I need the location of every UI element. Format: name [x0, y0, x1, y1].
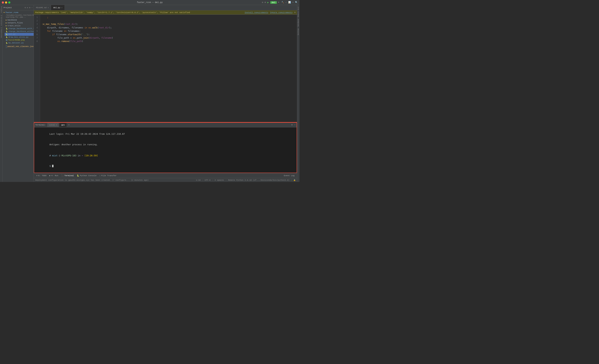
terminal-line-2: Antigen: Another process in running.	[36, 139, 295, 150]
tools-icon[interactable]: ≡	[292, 1, 294, 4]
terminal-cursor	[52, 165, 53, 167]
terminal-icon: ⬛	[61, 174, 64, 177]
project-title: Project	[4, 7, 24, 9]
encoding[interactable]: UTF-8	[205, 179, 211, 181]
tree-item-label: pascal_voc_classes.json	[7, 45, 34, 48]
tree-path: /Volumes/itoshi.rin/test/deep-learning-f…	[5, 14, 34, 19]
python-console-button[interactable]: 🐍 Python Console	[76, 174, 97, 177]
terminal-tab-local[interactable]: Local ✕	[47, 123, 59, 127]
search-icon[interactable]: 🔍	[295, 1, 298, 4]
pkg-settings-icon[interactable]: ⚙	[294, 11, 296, 14]
ignore-requirements-link[interactable]: Ignore requirements	[270, 11, 292, 14]
terminal-shell-line: $	[36, 161, 295, 171]
tree-item-train-utils[interactable]: ▶ train_utils	[5, 24, 34, 27]
minimize-button[interactable]	[5, 1, 7, 4]
run-config-label[interactable]: del	[270, 1, 277, 4]
tree-item-label: del.py	[9, 33, 16, 35]
project-sync-icon[interactable]: ⇄	[27, 6, 28, 9]
main-layout: Project Z-Structure 2-Favorites Project …	[0, 5, 300, 182]
run-button[interactable]: ▶ 4: Run	[48, 174, 59, 177]
terminal-add-tab-button[interactable]: +	[67, 123, 70, 127]
sidebar-item-database[interactable]: Database	[297, 18, 300, 27]
status-sep: |	[212, 179, 213, 181]
deployment-status[interactable]: Deployment configuration to gpu253.mistg…	[35, 179, 149, 181]
tab-label: README.md	[36, 7, 46, 9]
project-gear2-icon[interactable]: ⚙	[29, 6, 30, 9]
status-sep: |	[202, 179, 203, 181]
transfer-icon: ↕	[99, 175, 101, 177]
tree-item-label: backbone	[8, 19, 17, 21]
run-dropdown-icon[interactable]: ▼	[278, 1, 279, 3]
tab-bar: README.md ✕ del.py ✕	[34, 5, 297, 10]
indent-size[interactable]: 4 spaces	[214, 179, 224, 181]
tree-item-my-dataset[interactable]: 🐍 my_dataset.py	[5, 42, 34, 44]
py-file-icon: 🐍	[6, 34, 8, 35]
terminal-button[interactable]: ⬛ Terminal	[60, 174, 75, 177]
tab-close-icon[interactable]: ✕	[48, 7, 49, 9]
tree-item-change-backbone-nofpn[interactable]: 🐍 change_backbone_without_fpn.py	[5, 30, 34, 33]
settings-icon[interactable]: ⚙	[262, 1, 263, 4]
sidebar-item-remote-host[interactable]: Remote Host	[297, 6, 300, 18]
terminal-path: ~	[82, 154, 84, 157]
py-file-icon: 🐍	[6, 36, 8, 38]
tab-readme[interactable]: README.md ✕	[34, 5, 51, 10]
sidebar-item-project[interactable]: Project	[0, 6, 2, 14]
png-file-icon: 🖼	[6, 39, 7, 41]
run-icon[interactable]: ▶	[267, 1, 269, 4]
tree-item-change-backbone-fpn[interactable]: 🐍 change_backbone_with_fpn.py	[5, 27, 34, 30]
sidebar-item-structure[interactable]: Z-Structure	[0, 14, 2, 26]
tab-name: Local	[49, 124, 55, 126]
sidebar-item-favorites[interactable]: 2-Favorites	[0, 27, 2, 39]
terminal-host: MistGPU-183	[62, 154, 76, 157]
tab-close-icon[interactable]: ✕	[61, 7, 62, 9]
terminal-prompt-line: # mist @ MistGPU-183 in ~ [19:26:59]	[36, 150, 295, 161]
event-log-button[interactable]: Event Log	[283, 174, 296, 177]
terminal-tab-gpu[interactable]: gpu	[59, 123, 67, 127]
maximize-button[interactable]	[8, 1, 10, 4]
tree-item-pascal-voc[interactable]: { } pascal_voc_classes.json	[5, 44, 34, 49]
titlebar: faster_rcnn – del.py ⚙ ⊞ ▶ del ▼ 🔨 ✓ 📊 ≡…	[0, 0, 300, 5]
terminal-settings-icon[interactable]: ⚙	[291, 123, 292, 126]
tree-item-del[interactable]: 🐍 del.py	[5, 33, 34, 36]
project-settings-icon[interactable]: ⚙	[25, 6, 26, 9]
tree-item-label: train_utils	[8, 25, 21, 27]
profile-icon[interactable]: 📊	[288, 1, 291, 4]
terminal-body[interactable]: Last login: Fri Mar 22 19:26:43 2024 fro…	[34, 127, 297, 173]
layout-icon[interactable]: ⊞	[264, 1, 266, 4]
project-tree: ▼ faster_rcnn /Volumes/itoshi.rin/test/d…	[2, 10, 34, 182]
tree-item-label: draw_box_utils.py	[9, 36, 28, 38]
tree-item-fasterrcnn-png[interactable]: 🖼 fasterRCNN.png	[5, 39, 34, 42]
antigen-text: Antigen: Another process in running.	[49, 143, 98, 146]
build-icon[interactable]: 🔨	[282, 1, 284, 4]
bottom-toolbar: ≡ 6: TODO ▶ 4: Run ⬛ Terminal 🐍 Python C…	[34, 173, 297, 178]
code-content[interactable]: ; :e_mac_temp_files(root_dir): dirpath, …	[40, 15, 297, 122]
project-minus-icon[interactable]: −	[31, 7, 33, 9]
py-file-icon: 🐍	[6, 31, 8, 33]
coverage-icon[interactable]: ✓	[286, 1, 287, 4]
login-text: Last login: Fri Mar 22 19:26:43 2024 fro…	[49, 133, 125, 135]
file-transfer-button[interactable]: ↕ File Transfer	[98, 174, 118, 177]
tree-root-label: faster_rcnn	[5, 11, 18, 14]
interpreter[interactable]: Remote Python 3.8.10 (sf.../miniconda/bi…	[228, 179, 290, 181]
todo-button[interactable]: ≡ 6: TODO	[35, 174, 48, 177]
tab-del-py[interactable]: del.py ✕	[51, 5, 65, 10]
terminal-dollar: $	[49, 165, 52, 167]
cursor-position[interactable]: 1:10	[196, 179, 201, 181]
tree-item-network-files[interactable]: ▶ network_files	[5, 21, 34, 24]
event-log-label: Event Log	[284, 175, 294, 177]
left-sidebar-icons: Project Z-Structure 2-Favorites	[0, 5, 2, 182]
term-close-icon[interactable]: ✕	[56, 124, 57, 126]
code-editor[interactable]: 1 2 3 4 5 6 7 8 ; :e_mac_temp_files(root…	[34, 15, 297, 122]
tree-root-item[interactable]: ▼ faster_rcnn	[2, 11, 34, 14]
close-button[interactable]	[2, 1, 4, 4]
tree-item-backbone[interactable]: ▶ backbone	[5, 19, 34, 21]
py-file-icon: 🐍	[6, 28, 8, 30]
todo-icon: ≡	[36, 175, 38, 177]
terminal-minimize-icon[interactable]: −	[294, 123, 296, 126]
install-requirements-link[interactable]: Install requirements	[245, 11, 268, 14]
status-bar: Deployment configuration to gpu253.mistg…	[34, 178, 297, 182]
right-sidebar-icons: Remote Host Database SoiView	[297, 5, 300, 182]
tree-item-draw-box[interactable]: 🐍 draw_box_utils.py	[5, 36, 34, 39]
terminal-tabs: Terminal: Local ✕ gpu + ⚙ −	[34, 122, 297, 127]
sidebar-item-soiview[interactable]: SoiView	[297, 28, 300, 36]
